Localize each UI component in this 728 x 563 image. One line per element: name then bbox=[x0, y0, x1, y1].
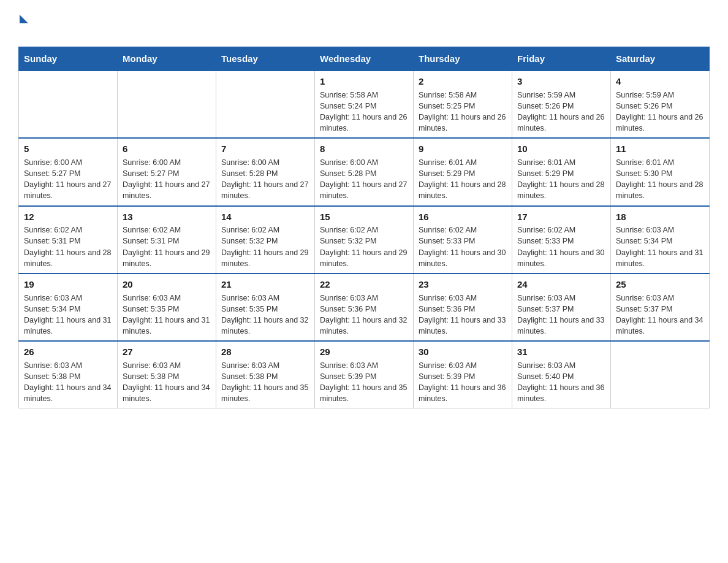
day-number: 4 bbox=[616, 75, 704, 88]
calendar-week-row: 19Sunrise: 6:03 AM Sunset: 5:34 PM Dayli… bbox=[19, 274, 710, 341]
weekday-header-sunday: Sunday bbox=[19, 47, 118, 71]
day-number: 14 bbox=[221, 210, 309, 224]
calendar-cell: 31Sunrise: 6:03 AM Sunset: 5:40 PM Dayli… bbox=[512, 341, 611, 408]
day-info: Sunrise: 6:01 AM Sunset: 5:29 PM Dayligh… bbox=[419, 157, 507, 202]
calendar-cell: 24Sunrise: 6:03 AM Sunset: 5:37 PM Dayli… bbox=[512, 274, 611, 341]
calendar-week-row: 12Sunrise: 6:02 AM Sunset: 5:31 PM Dayli… bbox=[19, 206, 710, 274]
day-info: Sunrise: 6:02 AM Sunset: 5:31 PM Dayligh… bbox=[24, 224, 112, 269]
day-number: 17 bbox=[517, 210, 605, 224]
calendar-cell: 29Sunrise: 6:03 AM Sunset: 5:39 PM Dayli… bbox=[315, 341, 414, 408]
day-number: 3 bbox=[517, 75, 605, 88]
calendar-week-row: 1Sunrise: 5:58 AM Sunset: 5:24 PM Daylig… bbox=[19, 71, 710, 138]
calendar-week-row: 26Sunrise: 6:03 AM Sunset: 5:38 PM Dayli… bbox=[19, 341, 710, 408]
weekday-header-tuesday: Tuesday bbox=[216, 47, 315, 71]
day-number: 15 bbox=[320, 210, 408, 224]
calendar-cell: 17Sunrise: 6:02 AM Sunset: 5:33 PM Dayli… bbox=[512, 206, 611, 274]
day-info: Sunrise: 6:03 AM Sunset: 5:40 PM Dayligh… bbox=[517, 360, 605, 405]
day-number: 28 bbox=[221, 345, 309, 359]
day-number: 1 bbox=[320, 75, 408, 88]
calendar-cell: 26Sunrise: 6:03 AM Sunset: 5:38 PM Dayli… bbox=[19, 341, 118, 408]
calendar-cell bbox=[118, 71, 216, 138]
day-number: 7 bbox=[221, 142, 309, 156]
calendar-cell: 14Sunrise: 6:02 AM Sunset: 5:32 PM Dayli… bbox=[216, 206, 315, 274]
calendar-cell: 11Sunrise: 6:01 AM Sunset: 5:30 PM Dayli… bbox=[611, 138, 710, 205]
weekday-header-saturday: Saturday bbox=[611, 47, 710, 71]
day-info: Sunrise: 6:03 AM Sunset: 5:35 PM Dayligh… bbox=[221, 293, 309, 337]
day-number: 9 bbox=[419, 142, 507, 156]
calendar-cell: 3Sunrise: 5:59 AM Sunset: 5:26 PM Daylig… bbox=[512, 71, 611, 138]
day-number: 27 bbox=[123, 345, 211, 359]
day-number: 18 bbox=[616, 210, 704, 224]
day-number: 16 bbox=[419, 210, 507, 224]
calendar-cell: 30Sunrise: 6:03 AM Sunset: 5:39 PM Dayli… bbox=[414, 341, 512, 408]
day-info: Sunrise: 6:02 AM Sunset: 5:32 PM Dayligh… bbox=[221, 224, 309, 269]
calendar-cell: 5Sunrise: 6:00 AM Sunset: 5:27 PM Daylig… bbox=[19, 138, 118, 205]
day-number: 25 bbox=[616, 278, 704, 291]
calendar-cell: 23Sunrise: 6:03 AM Sunset: 5:36 PM Dayli… bbox=[414, 274, 512, 341]
day-info: Sunrise: 6:02 AM Sunset: 5:32 PM Dayligh… bbox=[320, 224, 408, 269]
weekday-header-friday: Friday bbox=[512, 47, 611, 71]
day-number: 19 bbox=[24, 278, 112, 291]
day-number: 29 bbox=[320, 345, 408, 359]
page-header: General bbox=[18, 12, 710, 40]
day-info: Sunrise: 5:58 AM Sunset: 5:24 PM Dayligh… bbox=[320, 90, 408, 134]
calendar-cell: 25Sunrise: 6:03 AM Sunset: 5:37 PM Dayli… bbox=[611, 274, 710, 341]
day-info: Sunrise: 6:02 AM Sunset: 5:33 PM Dayligh… bbox=[517, 224, 605, 269]
calendar-table: SundayMondayTuesdayWednesdayThursdayFrid… bbox=[18, 47, 710, 408]
day-info: Sunrise: 6:03 AM Sunset: 5:36 PM Dayligh… bbox=[419, 293, 507, 337]
day-info: Sunrise: 5:59 AM Sunset: 5:26 PM Dayligh… bbox=[616, 90, 704, 134]
day-number: 2 bbox=[419, 75, 507, 88]
calendar-cell: 12Sunrise: 6:02 AM Sunset: 5:31 PM Dayli… bbox=[19, 206, 118, 274]
day-number: 8 bbox=[320, 142, 408, 156]
calendar-cell bbox=[19, 71, 118, 138]
day-info: Sunrise: 6:02 AM Sunset: 5:33 PM Dayligh… bbox=[419, 224, 507, 269]
day-info: Sunrise: 6:03 AM Sunset: 5:36 PM Dayligh… bbox=[320, 293, 408, 337]
day-number: 24 bbox=[517, 278, 605, 291]
calendar-cell: 18Sunrise: 6:03 AM Sunset: 5:34 PM Dayli… bbox=[611, 206, 710, 274]
weekday-header-thursday: Thursday bbox=[414, 47, 512, 71]
calendar-cell: 27Sunrise: 6:03 AM Sunset: 5:38 PM Dayli… bbox=[118, 341, 216, 408]
day-info: Sunrise: 6:03 AM Sunset: 5:38 PM Dayligh… bbox=[24, 360, 112, 405]
day-number: 6 bbox=[123, 142, 211, 156]
calendar-cell: 22Sunrise: 6:03 AM Sunset: 5:36 PM Dayli… bbox=[315, 274, 414, 341]
day-info: Sunrise: 6:01 AM Sunset: 5:30 PM Dayligh… bbox=[616, 157, 704, 202]
day-info: Sunrise: 6:03 AM Sunset: 5:34 PM Dayligh… bbox=[616, 224, 704, 269]
calendar-cell: 13Sunrise: 6:02 AM Sunset: 5:31 PM Dayli… bbox=[118, 206, 216, 274]
day-info: Sunrise: 6:02 AM Sunset: 5:31 PM Dayligh… bbox=[123, 224, 211, 269]
calendar-cell: 9Sunrise: 6:01 AM Sunset: 5:29 PM Daylig… bbox=[414, 138, 512, 205]
day-info: Sunrise: 6:00 AM Sunset: 5:28 PM Dayligh… bbox=[320, 157, 408, 202]
day-number: 30 bbox=[419, 345, 507, 359]
day-info: Sunrise: 5:58 AM Sunset: 5:25 PM Dayligh… bbox=[419, 90, 507, 134]
day-number: 23 bbox=[419, 278, 507, 291]
calendar-cell: 6Sunrise: 6:00 AM Sunset: 5:27 PM Daylig… bbox=[118, 138, 216, 205]
day-info: Sunrise: 6:03 AM Sunset: 5:35 PM Dayligh… bbox=[123, 293, 211, 337]
day-number: 31 bbox=[517, 345, 605, 359]
day-info: Sunrise: 6:03 AM Sunset: 5:39 PM Dayligh… bbox=[320, 360, 408, 405]
day-info: Sunrise: 6:03 AM Sunset: 5:38 PM Dayligh… bbox=[221, 360, 309, 405]
day-info: Sunrise: 6:03 AM Sunset: 5:39 PM Dayligh… bbox=[419, 360, 507, 405]
calendar-cell bbox=[216, 71, 315, 138]
calendar-cell: 19Sunrise: 6:03 AM Sunset: 5:34 PM Dayli… bbox=[19, 274, 118, 341]
calendar-cell: 28Sunrise: 6:03 AM Sunset: 5:38 PM Dayli… bbox=[216, 341, 315, 408]
day-info: Sunrise: 6:03 AM Sunset: 5:37 PM Dayligh… bbox=[517, 293, 605, 337]
weekday-header-wednesday: Wednesday bbox=[315, 47, 414, 71]
day-info: Sunrise: 6:00 AM Sunset: 5:27 PM Dayligh… bbox=[123, 157, 211, 202]
day-info: Sunrise: 6:01 AM Sunset: 5:29 PM Dayligh… bbox=[517, 157, 605, 202]
day-number: 20 bbox=[123, 278, 211, 291]
calendar-cell: 16Sunrise: 6:02 AM Sunset: 5:33 PM Dayli… bbox=[414, 206, 512, 274]
day-number: 13 bbox=[123, 210, 211, 224]
day-number: 21 bbox=[221, 278, 309, 291]
weekday-header-monday: Monday bbox=[118, 47, 216, 71]
logo: General bbox=[18, 12, 82, 40]
calendar-cell: 21Sunrise: 6:03 AM Sunset: 5:35 PM Dayli… bbox=[216, 274, 315, 341]
day-info: Sunrise: 6:03 AM Sunset: 5:38 PM Dayligh… bbox=[123, 360, 211, 405]
calendar-cell: 1Sunrise: 5:58 AM Sunset: 5:24 PM Daylig… bbox=[315, 71, 414, 138]
day-number: 11 bbox=[616, 142, 704, 156]
day-number: 12 bbox=[24, 210, 112, 224]
day-info: Sunrise: 6:00 AM Sunset: 5:28 PM Dayligh… bbox=[221, 157, 309, 202]
day-info: Sunrise: 6:03 AM Sunset: 5:34 PM Dayligh… bbox=[24, 293, 112, 337]
day-number: 26 bbox=[24, 345, 112, 359]
calendar-cell: 7Sunrise: 6:00 AM Sunset: 5:28 PM Daylig… bbox=[216, 138, 315, 205]
day-info: Sunrise: 6:03 AM Sunset: 5:37 PM Dayligh… bbox=[616, 293, 704, 337]
calendar-cell bbox=[611, 341, 710, 408]
